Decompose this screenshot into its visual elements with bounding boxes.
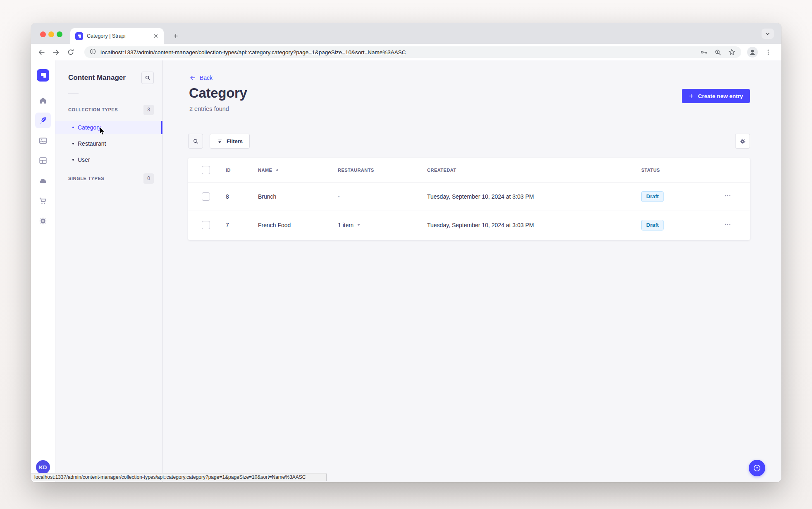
header-id[interactable]: ID <box>226 158 258 182</box>
nav-rail: KD <box>31 60 55 482</box>
cell-createdat: Tuesday, September 10, 2024 at 3:03 PM <box>427 211 641 239</box>
strapi-favicon-icon <box>75 32 83 40</box>
content-type-builder-icon[interactable] <box>35 153 51 168</box>
zoom-window-button[interactable] <box>57 31 62 37</box>
url-text[interactable]: localhost:1337/admin/content-manager/col… <box>100 49 694 55</box>
marketplace-icon[interactable] <box>35 193 51 209</box>
view-settings-gear-icon[interactable] <box>735 134 750 149</box>
subnav-item-label: Restaurant <box>78 140 106 147</box>
row-actions[interactable] <box>724 211 750 239</box>
back-label: Back <box>200 74 213 81</box>
create-new-entry-button[interactable]: Create new entry <box>682 89 750 103</box>
cell-restaurants[interactable]: 1 item <box>338 211 427 239</box>
zoom-page-icon[interactable] <box>713 48 722 57</box>
table-row[interactable]: 8 Brunch - Tuesday, September 10, 2024 a… <box>188 182 750 211</box>
subnav-item-label: User <box>78 156 90 163</box>
tab-title: Category | Strapi <box>87 33 152 39</box>
tab-strip: Category | Strapi <box>31 23 781 44</box>
reload-icon[interactable] <box>66 47 76 57</box>
collection-types-count: 3 <box>143 105 154 115</box>
rail-divider <box>31 88 55 88</box>
header-restaurants[interactable]: RESTAURANTS <box>338 158 427 182</box>
header-createdat[interactable]: CREATEDAT <box>427 158 641 182</box>
arrow-left-icon <box>189 74 196 81</box>
cell-id: 8 <box>226 182 258 211</box>
strapi-admin: KD Content Manager COLLECTION TYPES 3 Ca… <box>31 60 781 482</box>
new-tab-button[interactable] <box>170 31 181 41</box>
bullet-icon <box>72 159 74 161</box>
browser-menu-icon[interactable] <box>764 47 773 57</box>
page-title: Category <box>189 85 247 101</box>
subnav-item-user[interactable]: User <box>55 153 162 166</box>
help-icon: ? <box>752 463 762 473</box>
browser-profile-icon[interactable] <box>747 47 758 58</box>
entries-table: ID NAME RESTAURANTS CREATEDAT STATUS <box>188 158 750 239</box>
search-entries-icon[interactable] <box>188 134 203 149</box>
subnav-title: Content Manager <box>68 74 126 82</box>
header-name[interactable]: NAME <box>258 158 338 182</box>
content-manager-subnav: Content Manager COLLECTION TYPES 3 Categ… <box>55 60 162 482</box>
row-checkbox[interactable] <box>202 221 210 229</box>
bookmark-star-icon[interactable] <box>727 48 736 57</box>
help-button[interactable]: ? <box>749 460 765 476</box>
subnav-item-label: Category <box>78 124 101 131</box>
strapi-logo[interactable] <box>37 69 49 82</box>
plus-icon <box>689 94 694 98</box>
filter-icon <box>217 138 223 144</box>
subnav-item-restaurant[interactable]: Restaurant <box>55 137 162 150</box>
header-status[interactable]: STATUS <box>641 158 724 182</box>
status-badge: Draft <box>641 220 664 230</box>
cell-name: Brunch <box>258 182 338 211</box>
collection-types-label: COLLECTION TYPES <box>68 107 118 112</box>
subnav-divider <box>68 93 79 94</box>
tab-close-icon[interactable] <box>152 32 160 40</box>
bullet-icon <box>72 143 74 144</box>
back-nav-icon[interactable] <box>36 47 46 57</box>
home-icon[interactable] <box>35 93 51 108</box>
user-avatar[interactable]: KD <box>36 460 50 474</box>
url-bar[interactable]: localhost:1337/admin/content-manager/col… <box>84 46 741 58</box>
cell-restaurants: - <box>338 182 427 211</box>
browser-toolbar: localhost:1337/admin/content-manager/col… <box>31 44 781 60</box>
status-badge: Draft <box>641 191 664 202</box>
forward-nav-icon[interactable] <box>51 47 61 57</box>
cloud-icon[interactable] <box>35 173 51 189</box>
tab-category-strapi[interactable]: Category | Strapi <box>70 28 164 44</box>
close-window-button[interactable] <box>40 31 46 37</box>
svg-text:?: ? <box>756 466 758 470</box>
single-types-label: SINGLE TYPES <box>68 176 104 181</box>
single-types-count: 0 <box>143 173 154 184</box>
more-options-icon <box>724 192 731 199</box>
cell-createdat: Tuesday, September 10, 2024 at 3:03 PM <box>427 182 641 211</box>
settings-icon[interactable] <box>35 213 51 229</box>
browser-window: Category | Strapi localhost:1337/admin/c… <box>31 23 781 482</box>
main-content: Back Category 2 entries found Create new… <box>162 60 781 482</box>
more-options-icon <box>724 221 731 228</box>
status-bar-url: localhost:1337/admin/content-manager/col… <box>31 473 327 481</box>
tab-search-chevron-icon[interactable] <box>762 29 774 39</box>
sort-ascending-icon <box>275 168 279 172</box>
minimize-window-button[interactable] <box>48 31 54 37</box>
cell-id: 7 <box>226 211 258 239</box>
password-key-icon[interactable] <box>699 48 708 57</box>
subnav-search-icon[interactable] <box>141 72 154 84</box>
filters-button[interactable]: Filters <box>210 134 250 149</box>
row-actions[interactable] <box>724 182 750 211</box>
content-manager-icon[interactable] <box>35 113 51 128</box>
cell-name: French Food <box>258 211 338 239</box>
table-header-row: ID NAME RESTAURANTS CREATEDAT STATUS <box>188 158 750 182</box>
back-link[interactable]: Back <box>189 74 213 81</box>
table-row[interactable]: 7 French Food 1 item Tuesday, September … <box>188 211 750 239</box>
select-all-checkbox[interactable] <box>202 166 210 174</box>
entries-table-card: ID NAME RESTAURANTS CREATEDAT STATUS <box>188 158 750 240</box>
row-checkbox[interactable] <box>202 192 210 201</box>
entries-count: 2 entries found <box>189 106 229 112</box>
media-library-icon[interactable] <box>35 133 51 149</box>
bullet-icon <box>72 127 74 128</box>
page-info-icon[interactable] <box>89 48 96 57</box>
subnav-item-category[interactable]: Category <box>55 121 162 134</box>
chevron-down-icon <box>356 223 361 227</box>
